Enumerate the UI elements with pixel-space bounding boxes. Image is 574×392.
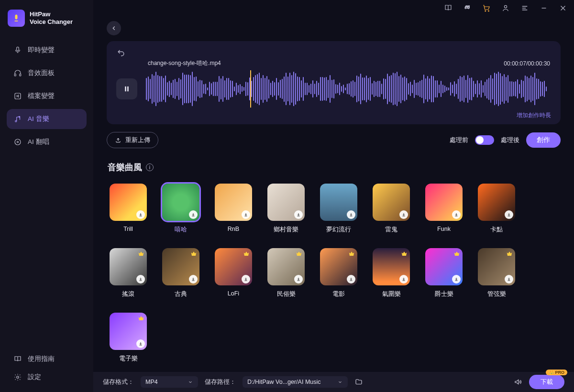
sidebar-item-label: 音效面板 (28, 69, 55, 77)
style-card[interactable]: 鄉村音樂 (265, 184, 307, 234)
download-icon[interactable] (347, 275, 355, 283)
back-button[interactable] (107, 21, 121, 35)
download-icon[interactable] (294, 210, 303, 219)
download-icon[interactable] (294, 275, 303, 283)
style-card[interactable]: 雷鬼 (371, 184, 412, 234)
sidebar-item-soundboard[interactable]: 音效面板 (7, 63, 87, 83)
create-button[interactable]: 創作 (526, 132, 561, 148)
style-card[interactable]: 嘻哈 (160, 184, 201, 234)
style-card[interactable]: 電影 (318, 248, 359, 298)
open-folder-button[interactable] (354, 378, 363, 386)
style-grid: Trill嘻哈RnB鄉村音樂夢幻流行雷鬼Funk卡點搖滾古典LoFi民俗樂電影氣… (107, 181, 561, 366)
style-thumb (425, 248, 463, 285)
download-icon[interactable] (242, 210, 250, 219)
style-thumb (478, 248, 515, 285)
crown-icon (137, 250, 145, 258)
style-card[interactable]: 夢幻流行 (318, 184, 359, 234)
style-card[interactable]: 氣圍樂 (371, 248, 412, 298)
style-thumb (267, 248, 305, 285)
style-label: 氣圍樂 (382, 290, 401, 298)
music-sparkle-icon (13, 115, 22, 123)
brand-title: HitPaw Voice Changer (30, 11, 73, 25)
sidebar-item-realtime[interactable]: 即時變聲 (7, 40, 87, 60)
style-card[interactable]: 卡點 (476, 184, 517, 234)
toggle-after-label: 處理後 (501, 136, 519, 144)
download-icon[interactable] (136, 210, 145, 219)
style-card[interactable]: 搖滾 (108, 248, 149, 298)
crown-icon (453, 250, 461, 258)
download-icon[interactable] (189, 210, 198, 219)
sidebar-item-file[interactable]: 檔案變聲 (7, 86, 87, 106)
sidebar-item-label: 設定 (28, 373, 41, 381)
style-thumb (110, 248, 147, 285)
download-icon[interactable] (347, 210, 355, 219)
path-select[interactable]: D:/HitPaw Vo...ger/AI Music (243, 376, 348, 388)
wave-file-icon (13, 92, 22, 100)
download-button[interactable]: 下載 👑 PRO (529, 375, 564, 389)
svg-point-9 (17, 376, 19, 379)
volume-button[interactable] (514, 378, 522, 386)
style-label: 搖滾 (122, 290, 134, 298)
format-select[interactable]: MP4 (141, 376, 198, 388)
path-value: D:/HitPaw Vo...ger/AI Music (247, 379, 321, 385)
download-icon[interactable] (452, 210, 461, 219)
crown-icon (506, 250, 513, 258)
svg-rect-10 (125, 87, 126, 92)
crown-icon (295, 250, 303, 258)
reupload-button[interactable]: 重新上傳 (107, 132, 158, 148)
crown-icon (243, 250, 250, 258)
before-after-toggle[interactable] (475, 135, 494, 145)
style-label: 電影 (332, 290, 345, 298)
download-icon[interactable] (189, 275, 198, 283)
download-icon[interactable] (452, 275, 461, 283)
playhead[interactable] (250, 70, 251, 108)
undo-button[interactable] (116, 48, 126, 57)
sidebar-item-settings[interactable]: 設定 (7, 368, 87, 386)
style-thumb (267, 184, 305, 221)
download-icon[interactable] (505, 275, 513, 283)
style-card[interactable]: RnB (213, 184, 254, 234)
player-panel: change-song-style-嘻哈.mp4 00:00:07/00:00:… (107, 41, 561, 124)
style-label: 古典 (175, 290, 187, 298)
svg-point-7 (15, 139, 21, 145)
style-card[interactable]: 爵士樂 (423, 248, 464, 298)
style-card[interactable]: 民俗樂 (265, 248, 307, 298)
download-icon[interactable] (136, 275, 145, 283)
svg-rect-3 (17, 47, 19, 51)
toggle-before-label: 處理前 (450, 136, 468, 144)
waveform[interactable] (146, 70, 551, 108)
style-card[interactable]: 電子樂 (108, 313, 149, 363)
sidebar-item-guide[interactable]: 使用指南 (7, 350, 87, 368)
style-card[interactable]: LoFi (213, 248, 254, 298)
sidebar-item-ai-music[interactable]: AI 音樂 (7, 109, 87, 129)
style-card[interactable]: Funk (423, 184, 464, 234)
style-label: 電子樂 (119, 355, 138, 363)
brand: HitPaw Voice Changer (0, 7, 93, 37)
style-label: 爵士樂 (435, 290, 453, 298)
info-icon[interactable]: i (146, 163, 154, 171)
sidebar-item-label: 檔案變聲 (28, 92, 55, 100)
download-icon[interactable] (505, 210, 513, 219)
sidebar-item-ai-cover[interactable]: AI 翻唱 (7, 132, 87, 152)
style-thumb (373, 184, 410, 221)
pause-button[interactable] (116, 78, 137, 99)
style-card[interactable]: 管弦樂 (476, 248, 517, 298)
style-card[interactable]: Trill (108, 184, 149, 234)
style-label: LoFi (228, 290, 239, 297)
download-icon[interactable] (399, 275, 408, 283)
format-value: MP4 (145, 379, 158, 385)
svg-point-8 (17, 142, 19, 143)
extend-duration-link[interactable]: 增加創作時長 (517, 112, 551, 119)
svg-rect-4 (14, 74, 16, 76)
style-thumb (215, 248, 252, 285)
style-card[interactable]: 古典 (160, 248, 201, 298)
style-thumb (373, 248, 410, 285)
download-icon[interactable] (136, 339, 145, 348)
section-title: 音樂曲風 i (108, 162, 561, 173)
download-icon[interactable] (242, 275, 250, 283)
section-title-text: 音樂曲風 (108, 162, 142, 173)
download-icon[interactable] (399, 210, 408, 219)
crown-icon (137, 315, 145, 322)
toolbar: 重新上傳 處理前 處理後 創作 (107, 132, 561, 148)
crown-icon (400, 250, 408, 258)
